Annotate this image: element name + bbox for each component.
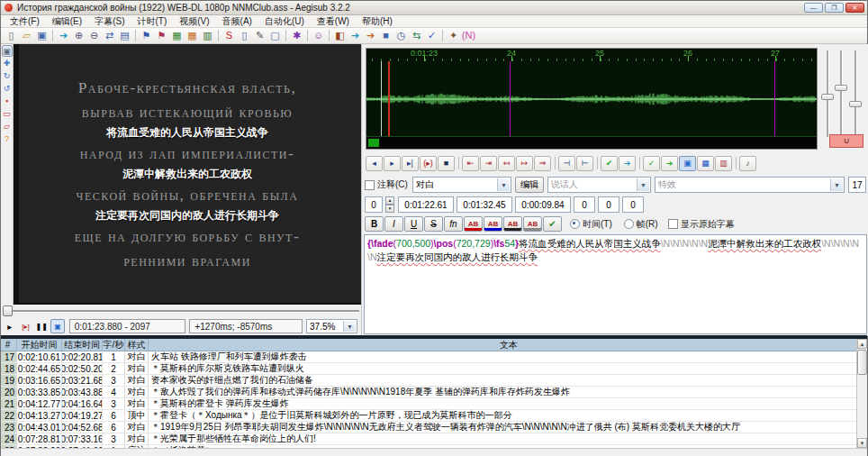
- subtitle-edit-textarea[interactable]: {\fade(700,500)\pos(720,729)\fs54}将流血受难的…: [364, 234, 867, 334]
- grid-cell-n[interactable]: 24: [1, 433, 17, 444]
- bold-button[interactable]: B: [365, 216, 384, 232]
- start-time-field[interactable]: 0:01:22.61: [398, 196, 454, 213]
- help-icon[interactable]: ?: [2, 133, 13, 145]
- video-seek-bar[interactable]: [1, 305, 361, 317]
- grid-cell-end[interactable]: 0:04:16.64: [62, 398, 103, 409]
- font-name-button[interactable]: fn: [444, 216, 463, 232]
- margin-vertical-field[interactable]: 0: [622, 196, 644, 213]
- grid-cell-style[interactable]: 对白: [125, 351, 149, 362]
- secondary-color-button[interactable]: AB: [484, 216, 502, 232]
- grid-cell-end[interactable]: 0:03:43.88: [62, 387, 103, 397]
- close-button[interactable]: ✕: [845, 3, 864, 13]
- grid-cell-end[interactable]: 0:02:20.81: [62, 351, 103, 362]
- grid-cell-cps[interactable]: 3: [103, 375, 125, 386]
- grid-cell-style[interactable]: 顶中: [125, 410, 149, 421]
- grid-cell-end[interactable]: 0:04:19.27: [62, 410, 103, 421]
- subtitle-row-19[interactable]: 190:03:16.650:03:21.683对白资本家收买的奸细点燃了我们的石…: [1, 375, 867, 387]
- audio-scrollbar-thumb[interactable]: [368, 139, 379, 147]
- grid-cell-text[interactable]: ＊1919年9月25日 列昂季耶夫胡同发生爆炸\N\N\N\N\N无政府主义者驾…: [149, 422, 867, 433]
- style-dropdown[interactable]: 对白 ▼: [412, 177, 511, 193]
- menu-item-自动化[interactable]: 自动化(U): [258, 15, 311, 28]
- grid-cell-n[interactable]: 20: [1, 387, 17, 397]
- video-seek-thumb[interactable]: [3, 306, 13, 316]
- tools-icon[interactable]: ✦: [446, 29, 461, 42]
- grid-cell-text[interactable]: ＊莫斯科的霍登卡 弹药库发生爆炸: [149, 398, 867, 409]
- grid-cell-cps[interactable]: 2: [103, 363, 125, 374]
- attachments-icon[interactable]: ▦: [169, 29, 185, 42]
- play-to-end-icon[interactable]: ⇒: [534, 156, 551, 171]
- grid-cell-text[interactable]: 资本家收买的奸细点燃了我们的石油储备: [149, 375, 867, 386]
- commit-icon[interactable]: ✔: [601, 156, 618, 171]
- rotate-z-tool-icon[interactable]: ↻: [2, 70, 13, 82]
- grid-cell-text[interactable]: ＊光荣属于那些牺牲在革命岗位上的人们!: [149, 433, 867, 444]
- grid-cell-cps[interactable]: 3: [103, 398, 125, 409]
- subtitle-grid-icon[interactable]: ▥: [200, 29, 215, 42]
- grid-cell-start[interactable]: 0:02:10.61: [17, 351, 62, 362]
- grid-cell-end[interactable]: 0:07:33.16: [62, 433, 103, 444]
- shadow-color-button[interactable]: AB: [523, 216, 542, 232]
- grid-cell-start[interactable]: 0:03:33.85: [17, 387, 62, 397]
- grid-cell-n[interactable]: 22: [1, 410, 17, 421]
- subtitle-row-21[interactable]: 210:04:12.770:04:16.643对白＊莫斯科的霍登卡 弹药库发生爆…: [1, 398, 867, 410]
- grid-cell-cps[interactable]: 3: [103, 433, 125, 444]
- grid-scrollbar[interactable]: ▲ ▼: [856, 339, 867, 448]
- prev-line-icon[interactable]: ◂: [366, 156, 383, 171]
- effect-dropdown[interactable]: 特效 ▼: [655, 177, 845, 193]
- play-last-500-icon[interactable]: ↦: [516, 156, 533, 171]
- comment-checkbox[interactable]: [365, 180, 375, 190]
- auto-scroll-icon[interactable]: ▣: [679, 156, 696, 171]
- paste-over-icon[interactable]: ▢: [267, 29, 283, 42]
- properties-icon[interactable]: ⚑: [139, 29, 154, 42]
- play-500-before-icon[interactable]: ⇤: [462, 156, 479, 171]
- show-original-checkbox[interactable]: [668, 219, 678, 229]
- italic-button[interactable]: I: [384, 216, 403, 232]
- spectrum-toggle-icon[interactable]: ▦: [697, 156, 714, 171]
- select-lines-icon[interactable]: ▤: [117, 29, 132, 42]
- pause-button[interactable]: ❚❚: [34, 319, 49, 333]
- grid-cell-style[interactable]: 对白: [125, 422, 149, 433]
- waveform-toggle-icon[interactable]: ▥: [715, 156, 732, 171]
- clip-tool-icon[interactable]: ▭: [2, 108, 13, 120]
- menu-item-帮助[interactable]: 帮助(H): [356, 15, 399, 28]
- audio-waveform[interactable]: [366, 61, 817, 137]
- grid-cell-end[interactable]: 0:03:21.68: [62, 375, 103, 386]
- grid-cell-style[interactable]: 对白: [125, 375, 149, 386]
- audio-zoom-slider[interactable]: [821, 94, 834, 100]
- underline-button[interactable]: U: [404, 216, 423, 232]
- lead-out-icon[interactable]: ⊢: [576, 156, 593, 171]
- automation-icon[interactable]: ✱: [289, 29, 304, 42]
- vector-clip-tool-icon[interactable]: ▱: [2, 121, 13, 132]
- zoom-out-icon[interactable]: ⊖: [86, 29, 102, 42]
- layer-spinner[interactable]: ▲▼: [385, 196, 394, 213]
- stop-small-icon[interactable]: ■: [378, 29, 393, 42]
- spell-check-icon[interactable]: ✓: [424, 29, 439, 42]
- play-first-500-icon[interactable]: ↤: [498, 156, 515, 171]
- grid-cell-start[interactable]: 0:02:44.65: [17, 363, 62, 374]
- grid-cell-cps[interactable]: 4: [103, 387, 125, 397]
- drag-tool-icon[interactable]: ✚: [2, 58, 13, 69]
- subtitle-row-20[interactable]: 200:03:33.850:03:43.884对白＊敌人炸毁了我们的弹药库和移动…: [1, 387, 867, 398]
- rotate-xy-tool-icon[interactable]: ↺: [2, 83, 13, 95]
- scale-tool-icon[interactable]: ▪: [2, 96, 13, 107]
- grid-cell-start[interactable]: 0:03:16.65: [17, 375, 62, 386]
- lead-in-icon[interactable]: ⊣: [558, 156, 575, 171]
- grid-scroll-thumb[interactable]: [857, 350, 867, 375]
- save-file-icon[interactable]: ▣: [34, 29, 50, 42]
- time-radio[interactable]: [570, 219, 580, 229]
- grid-cell-n[interactable]: 18: [1, 363, 17, 374]
- grid-cell-text[interactable]: 火车站 铁路修理厂和列车遭到爆炸袭击: [149, 351, 867, 362]
- menu-item-视频[interactable]: 视频(V): [173, 15, 215, 28]
- video-zoom-dropdown[interactable]: 37.5% ▼: [306, 319, 357, 333]
- scroll-up-icon[interactable]: ▲: [857, 339, 867, 349]
- grid-cell-text[interactable]: ＊敌人炸毁了我们的弹药库和移动式弹药储存库\N\N\N\N\N1918年夏季 基…: [149, 387, 867, 397]
- maximize-button[interactable]: ❐: [825, 3, 844, 13]
- grid-cell-n[interactable]: 21: [1, 398, 17, 409]
- margin-right-field[interactable]: 0: [598, 196, 619, 213]
- play-500-after-icon[interactable]: ⇥: [480, 156, 497, 171]
- spectrum-smiley-icon[interactable]: ☺: [311, 29, 326, 42]
- actor-dropdown[interactable]: 说话人 ▼: [547, 177, 651, 193]
- play-selection-icon[interactable]: (▸): [420, 156, 437, 171]
- grid-cell-style[interactable]: 对白: [125, 363, 149, 374]
- new-file-icon[interactable]: ▯: [4, 29, 19, 42]
- shift-dialog-icon[interactable]: ⇆: [409, 29, 424, 42]
